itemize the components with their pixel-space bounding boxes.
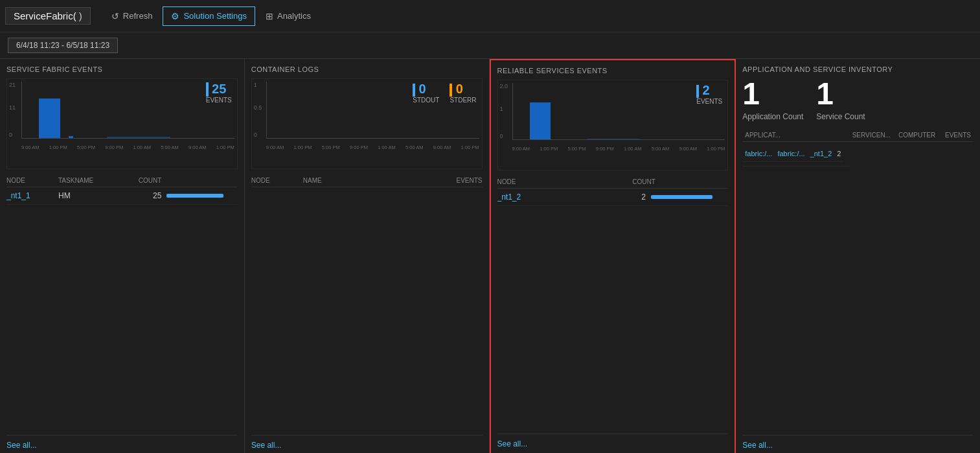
header: ServiceFabric( ) ↺ Refresh ⚙ Solution Se… xyxy=(0,0,980,32)
container-table-header: NODE NAME EVENTS xyxy=(251,174,483,187)
service-fabric-table: NODE TASKNAME COUNT _nt1_1 HM 25 xyxy=(6,174,238,435)
reliable-services-panel: RELIABLE SERVICES EVENTS 2 EVENTS 2.0 1 … xyxy=(490,59,736,453)
gear-icon: ⚙ xyxy=(171,11,179,21)
row-count: 2 xyxy=(626,192,646,202)
container-logs-table: NODE NAME EVENTS xyxy=(251,174,483,435)
refresh-button[interactable]: ↺ Refresh xyxy=(104,6,161,26)
col-header-node: NODE xyxy=(497,178,549,185)
container-see-all[interactable]: See all... xyxy=(251,435,483,450)
col-header-name: NAME xyxy=(303,177,444,184)
inv-events: 2 xyxy=(834,146,843,162)
x-labels-container: 9:00 AM 1:00 PM 5:00 PM 9:00 PM 1:00 AM … xyxy=(266,145,479,150)
col-header-computer: COMPUTER xyxy=(896,129,940,142)
inv-table-row: fabric:/... fabric:/... _nt1_2 2 xyxy=(742,142,849,167)
y-label-mid: 0.5 xyxy=(254,104,262,111)
row-bar xyxy=(166,194,237,198)
service-fabric-chart: 25 EVENTS 21 11 0 9:00 AM xyxy=(6,78,238,169)
progress-bar xyxy=(651,195,713,199)
service-fabric-see-all[interactable]: See all... xyxy=(6,435,238,450)
y-label-mid: 1 xyxy=(500,106,503,112)
reliable-bar-tiny xyxy=(587,139,640,139)
inv-service: fabric:/... xyxy=(775,146,807,162)
row-bar xyxy=(651,195,728,199)
app-inventory-panel: APPLICATION AND SERVICE INVENTORY 1 Appl… xyxy=(736,59,980,453)
app-count: 1 xyxy=(742,78,803,110)
reliable-bars-area: 2.0 1 0 xyxy=(512,83,725,140)
y-label-bot: 0 xyxy=(254,132,257,138)
table-row: _nt1_1 HM 25 xyxy=(6,187,238,205)
container-logs-chart: 0 STDOUT 0 STDERR 1 0.5 0 9:00 AM 1:00 P… xyxy=(251,78,483,169)
reliable-services-chart: 2 EVENTS 2.0 1 0 9:00 AM 1:00 PM 5:00 PM… xyxy=(497,80,729,170)
service-count-label: Service Count xyxy=(816,112,865,121)
reliable-see-all[interactable]: See all... xyxy=(497,434,729,448)
col-header-service: SERVICEN... xyxy=(850,129,896,142)
chart-bar xyxy=(39,99,60,138)
refresh-icon: ↺ xyxy=(111,11,119,21)
progress-bar xyxy=(166,194,223,198)
inv-table-header: APPLICAT... SERVICEN... COMPUTER EVENTS xyxy=(742,129,974,142)
table-header: NODE TASKNAME COUNT xyxy=(6,174,238,187)
y-label-bot: 0 xyxy=(9,132,12,138)
analytics-button[interactable]: ⊞ Analytics xyxy=(258,6,319,26)
service-fabric-panel: SERVICE FABRIC EVENTS 25 EVENTS 21 11 0 xyxy=(0,59,245,453)
nav-buttons: ↺ Refresh ⚙ Solution Settings ⊞ Analytic… xyxy=(104,6,319,26)
col-header-app: APPLICAT... xyxy=(742,129,849,142)
reliable-bar xyxy=(530,102,551,139)
big-numbers: 1 Application Count 1 Service Count xyxy=(742,78,974,121)
app-title: ServiceFabric( ) xyxy=(5,7,91,25)
app-count-item: 1 Application Count xyxy=(742,78,803,121)
col-header-node: NODE xyxy=(251,177,303,184)
service-fabric-title: SERVICE FABRIC EVENTS xyxy=(6,65,238,73)
row-node: _nt1_2 xyxy=(497,192,549,202)
date-bar: 6/4/18 11:23 - 6/5/18 11:23 xyxy=(0,32,980,59)
reliable-table-header: NODE COUNT xyxy=(497,176,729,189)
bars-area: 21 11 0 xyxy=(21,82,234,139)
row-count: 25 xyxy=(129,191,161,200)
container-logs-title: CONTAINER LOGS xyxy=(251,65,483,73)
service-count-item: 1 Service Count xyxy=(816,78,865,121)
reliable-services-table: NODE COUNT _nt1_2 2 xyxy=(497,176,729,434)
inv-computer: _nt1_2 xyxy=(808,146,835,162)
x-labels-reliable: 9:00 AM 1:00 PM 5:00 PM 9:00 PM 1:00 AM … xyxy=(512,146,725,152)
y-label-top: 1 xyxy=(254,82,257,88)
container-logs-panel: CONTAINER LOGS 0 STDOUT 0 STDERR 1 0.5 xyxy=(245,59,490,453)
x-labels: 9:00 AM 1:00 PM 5:00 PM 9:00 PM 1:00 AM … xyxy=(21,145,234,150)
solution-settings-button[interactable]: ⚙ Solution Settings xyxy=(163,6,255,26)
col-header-count: COUNT xyxy=(617,178,655,185)
grid-icon: ⊞ xyxy=(266,11,273,21)
app-count-label: Application Count xyxy=(742,112,803,121)
container-bars-area: 1 0.5 0 xyxy=(266,82,479,139)
chart-container: 21 11 0 9:00 AM 1:00 PM 5:00 PM 9:00 PM … xyxy=(7,79,237,150)
chart-bar-small xyxy=(69,136,73,138)
row-node: _nt1_1 xyxy=(6,191,58,200)
col-header-events: EVENTS xyxy=(940,129,974,142)
reliable-table-row: _nt1_2 2 xyxy=(497,189,729,206)
reliable-chart-container: 2.0 1 0 9:00 AM 1:00 PM 5:00 PM 9:00 PM … xyxy=(498,80,728,152)
y-label-top: 2.0 xyxy=(500,83,508,89)
inv-app: fabric:/... xyxy=(742,146,775,162)
col-header-node: NODE xyxy=(6,177,58,184)
service-count: 1 xyxy=(816,78,865,110)
y-label-top: 21 xyxy=(9,82,16,88)
row-taskname: HM xyxy=(58,191,129,200)
col-header-count: COUNT xyxy=(129,177,161,184)
app-inventory-see-all[interactable]: See all... xyxy=(742,435,974,450)
app-inventory-title: APPLICATION AND SERVICE INVENTORY xyxy=(742,65,974,73)
app-inventory-table: APPLICAT... SERVICEN... COMPUTER EVENTS … xyxy=(742,129,974,435)
y-label-mid: 11 xyxy=(9,104,16,111)
chart-bar-tiny xyxy=(107,137,170,138)
inventory-table: APPLICAT... SERVICEN... COMPUTER EVENTS … xyxy=(742,129,974,167)
main-content: SERVICE FABRIC EVENTS 25 EVENTS 21 11 0 xyxy=(0,59,980,453)
col-header-taskname: TASKNAME xyxy=(58,177,129,184)
col-header-events: EVENTS xyxy=(444,177,483,184)
container-chart-container: 1 0.5 0 9:00 AM 1:00 PM 5:00 PM 9:00 PM … xyxy=(252,79,482,150)
date-range[interactable]: 6/4/18 11:23 - 6/5/18 11:23 xyxy=(8,38,118,53)
y-label-bot: 0 xyxy=(500,133,503,139)
reliable-services-title: RELIABLE SERVICES EVENTS xyxy=(497,67,729,75)
